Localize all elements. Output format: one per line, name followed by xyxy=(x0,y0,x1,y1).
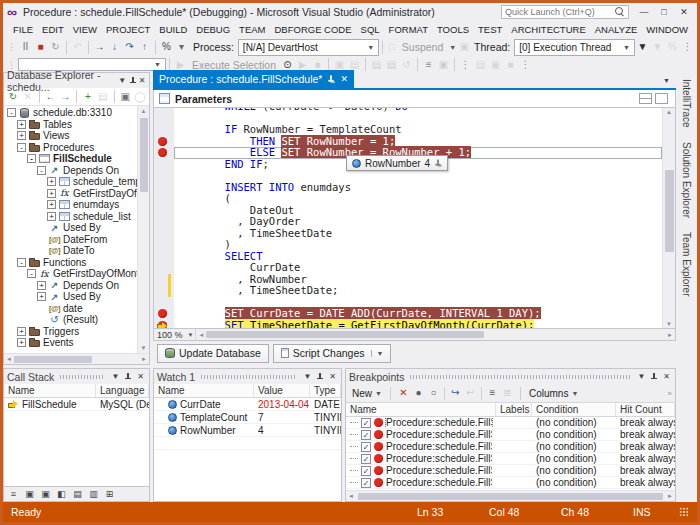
watch-row-empty[interactable] xyxy=(154,437,341,450)
breakpoint-row[interactable]: ✓Procedure:schedule.FillSchedule((no con… xyxy=(346,429,675,441)
breakpoint-icon[interactable] xyxy=(158,309,167,318)
breakpoint-margin[interactable] xyxy=(154,251,174,263)
tree-horizontal-scrollbar[interactable]: ◄ ► xyxy=(4,353,149,364)
breakpoint-margin[interactable] xyxy=(154,239,174,251)
scroll-right-icon[interactable]: ► xyxy=(665,493,675,499)
breakpoint-row[interactable]: ✓Procedure:schedule.FillSchedule((no con… xyxy=(346,477,675,489)
document-list-chevron-icon[interactable]: ▼ xyxy=(663,77,676,88)
edit-connection-icon[interactable]: ▤ xyxy=(96,90,110,104)
breakpoint-margin[interactable] xyxy=(154,124,174,136)
editor-horizontal-scrollbar[interactable]: ◄ ► xyxy=(195,329,675,340)
menu-dbforge-code[interactable]: DBFORGE CODE xyxy=(271,23,356,36)
expander-icon[interactable]: + xyxy=(17,338,26,347)
dock-callstack-icon[interactable]: ≡ xyxy=(7,488,20,501)
tree-item-getfirstdayof[interactable]: +fxGetFirstDayOf xyxy=(4,188,137,200)
tree-item-functions[interactable]: -Functions xyxy=(4,257,137,269)
menu-project[interactable]: PROJECT xyxy=(102,23,154,36)
scroll-thumb-h[interactable] xyxy=(206,331,484,338)
column-header-labels[interactable]: Labels xyxy=(496,403,532,416)
maximize-button[interactable]: □ xyxy=(655,5,673,19)
scroll-up-icon[interactable]: ▲ xyxy=(663,109,675,115)
step-into-icon[interactable]: ↓ xyxy=(107,40,122,54)
pin-icon[interactable] xyxy=(129,76,135,86)
tree-item-date[interactable]: [@]date xyxy=(4,303,137,315)
expander-icon[interactable]: + xyxy=(47,212,56,221)
outline-icon[interactable]: ⋮ xyxy=(458,58,473,72)
zoom-chevron-icon[interactable]: ▼ xyxy=(188,332,194,338)
tree-item-fillschedule[interactable]: -FillSchedule xyxy=(4,153,137,165)
show-next-statement-icon[interactable]: → xyxy=(92,40,107,54)
close-icon[interactable]: ✕ xyxy=(661,372,672,381)
breakpoint-row[interactable]: ✓Procedure:schedule.FillSchedule((no con… xyxy=(346,453,675,465)
tree-item-procedures[interactable]: -Procedures xyxy=(4,142,137,154)
tab-fillschedule[interactable]: Procedure : schedule.FillSchedule* ✕ xyxy=(153,70,354,88)
scroll-thumb[interactable] xyxy=(665,170,674,252)
update-database-button[interactable]: Update Database xyxy=(157,344,269,363)
duplicate-icon[interactable]: ▣ xyxy=(118,90,132,104)
stop-icon[interactable]: ■ xyxy=(310,58,325,72)
column-header-hit-count[interactable]: Hit Count xyxy=(616,403,675,416)
side-tab-team-explorer[interactable]: Team Explorer xyxy=(680,227,693,301)
menu-build[interactable]: BUILD xyxy=(155,23,191,36)
breakpoint-row[interactable]: ✓Procedure:schedule.FillSchedule((no con… xyxy=(346,441,675,453)
forward-icon[interactable]: → xyxy=(58,90,72,104)
menu-sql[interactable]: SQL xyxy=(357,23,384,36)
datatip-pin-icon[interactable] xyxy=(435,159,442,168)
parameters-bar[interactable]: Parameters xyxy=(153,90,676,108)
menu-format[interactable]: FORMAT xyxy=(385,23,432,36)
side-tab-intellitrace[interactable]: IntelliTrace xyxy=(680,74,693,133)
dock-immediate-icon[interactable]: ◧ xyxy=(55,488,68,501)
column-header-name[interactable]: Name xyxy=(4,384,96,397)
suspend-left-icon[interactable]: □ xyxy=(386,40,398,54)
history-icon[interactable]: ↺ xyxy=(399,58,414,72)
watch-header[interactable]: Watch 1 ▼ ✕ xyxy=(154,369,341,384)
more-icon[interactable]: ◯ xyxy=(133,90,147,104)
tree-item-depends-on[interactable]: -↗Depends On xyxy=(4,165,137,177)
close-icon[interactable]: ✕ xyxy=(340,74,348,84)
menu-edit[interactable]: EDIT xyxy=(38,23,68,36)
breakpoint-margin[interactable] xyxy=(154,308,174,320)
expander-icon[interactable]: + xyxy=(17,327,26,336)
breakpoint-margin[interactable] xyxy=(154,274,174,286)
break-all-icon[interactable]: II xyxy=(18,40,33,54)
menu-debug[interactable]: DEBUG xyxy=(192,23,234,36)
stop-debugging-icon[interactable]: ■ xyxy=(33,40,48,54)
breakpoint-margin[interactable] xyxy=(154,136,174,148)
step-over-icon[interactable]: ↷ xyxy=(122,40,137,54)
breakpoint-margin[interactable] xyxy=(154,113,174,125)
pin-icon[interactable] xyxy=(316,372,324,382)
resize-grip-icon[interactable] xyxy=(679,507,689,517)
frames-icon[interactable]: % xyxy=(665,40,680,54)
layout-icon[interactable]: ▤ xyxy=(347,58,362,72)
pin-icon[interactable] xyxy=(124,372,132,382)
breakpoint-margin[interactable] xyxy=(154,297,174,309)
tree-item-depends-on[interactable]: +↗Depends On xyxy=(4,280,137,292)
expander-icon[interactable]: - xyxy=(27,269,36,278)
tree-item-schedule-list[interactable]: +schedule_list xyxy=(4,211,137,223)
watch-row[interactable]: RowNumber4TINYINT xyxy=(154,424,341,437)
scroll-down-icon[interactable]: ▼ xyxy=(141,343,147,353)
restart-icon[interactable]: ↻ xyxy=(48,40,63,54)
flag-icon[interactable]: ▼ xyxy=(650,40,665,54)
call-stack-header[interactable]: Call Stack ▼ ✕ xyxy=(4,369,149,384)
list-members-icon[interactable]: ≡ xyxy=(421,58,436,72)
breakpoints-header[interactable]: Breakpoints ▼ ✕ xyxy=(346,369,675,384)
tree-item-getfirstdayofmonth[interactable]: -fxGetFirstDayOfMonth xyxy=(4,268,137,280)
breakpoint-margin[interactable] xyxy=(154,182,174,194)
pin-icon[interactable] xyxy=(650,372,658,382)
goto-disassembly-icon[interactable]: ↩ xyxy=(463,386,478,400)
thread-combo[interactable]: [0] Execution Thread▼ xyxy=(514,39,635,56)
breakpoint-margin[interactable] xyxy=(154,205,174,217)
scroll-down-icon[interactable]: ▼ xyxy=(663,321,675,327)
start-icon[interactable]: ▶ xyxy=(295,58,310,72)
hex-display-icon[interactable]: % xyxy=(159,40,174,54)
column-header-value[interactable]: Value xyxy=(254,384,310,397)
attach-icon[interactable]: ▶ xyxy=(173,58,188,72)
expander-icon[interactable]: + xyxy=(47,189,56,198)
column-header-language[interactable]: Language xyxy=(96,384,149,397)
watch-row[interactable]: CurrDate2013-04-04DATE xyxy=(154,398,341,411)
undo-icon[interactable]: ↶ xyxy=(70,40,85,54)
expander-icon[interactable]: + xyxy=(47,200,56,209)
tree-item-views[interactable]: +Views xyxy=(4,130,137,142)
scroll-thumb[interactable] xyxy=(140,118,148,192)
